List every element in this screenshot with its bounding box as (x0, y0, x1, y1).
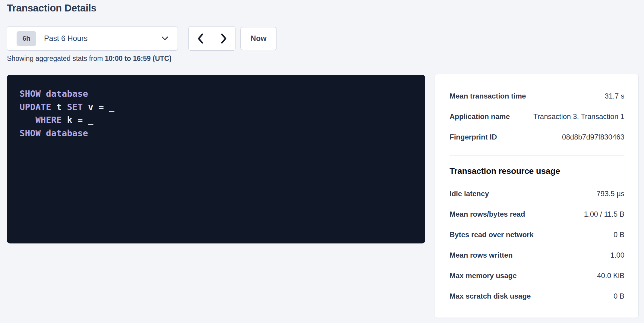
sql-statement-text: SHOW database UPDATE t SET v = _ WHERE k… (20, 87, 416, 140)
stat-label: Bytes read over network (450, 230, 534, 239)
stat-label: Mean transaction time (450, 92, 526, 100)
stat-value: Transaction 3, Transaction 1 (533, 112, 624, 121)
sql-token: = (99, 102, 109, 112)
resource-stat-row: Max scratch disk usage0 B (450, 286, 624, 306)
summary-stat-row: Application nameTransaction 3, Transacti… (450, 106, 624, 127)
stat-label: Mean rows/bytes read (450, 210, 525, 218)
sql-keyword: database (46, 89, 88, 99)
sql-keyword: WHERE (35, 115, 67, 125)
resource-stat-row: Max memory usage40.0 KiB (450, 265, 624, 286)
previous-interval-button[interactable] (188, 26, 212, 51)
caption-prefix: Showing aggregated stats from (7, 55, 105, 62)
stat-value: 793.5 µs (596, 190, 624, 198)
sql-token: v (88, 102, 99, 112)
stat-label: Mean rows written (450, 251, 513, 259)
sql-token: t (56, 102, 67, 112)
resource-stat-row: Mean rows/bytes read1.00 / 11.5 B (450, 204, 624, 224)
chevron-down-icon (161, 36, 169, 41)
resource-stat-row: Idle latency793.5 µs (450, 183, 624, 204)
stat-value: 31.7 s (605, 92, 624, 100)
summary-stat-row: Mean transaction time31.7 s (450, 86, 624, 106)
stat-value: 08d8b7d97f830463 (562, 133, 624, 141)
time-nav-group (188, 26, 235, 51)
stat-label: Max memory usage (450, 271, 517, 280)
sql-token: k (67, 115, 77, 125)
resource-stat-row: Mean rows written1.00 (450, 245, 624, 265)
transaction-summary-panel: Mean transaction time31.7 sApplication n… (435, 74, 639, 318)
sql-keyword: database (46, 128, 88, 138)
stat-label: Fingerprint ID (450, 133, 497, 141)
summary-rows: Mean transaction time31.7 sApplication n… (450, 86, 624, 147)
now-button[interactable]: Now (240, 27, 277, 50)
sql-keyword: SHOW (20, 128, 46, 138)
panel-divider (450, 155, 624, 156)
summary-stat-row: Fingerprint ID08d8b7d97f830463 (450, 127, 624, 147)
sql-keyword: SHOW (20, 89, 46, 99)
stat-value: 1.00 / 11.5 B (584, 210, 624, 218)
sql-statement-box: SHOW database UPDATE t SET v = _ WHERE k… (7, 75, 425, 243)
sql-token (20, 115, 35, 125)
stat-label: Idle latency (450, 190, 489, 198)
time-range-badge: 6h (17, 31, 36, 46)
next-interval-button[interactable] (212, 26, 235, 51)
sql-keyword: UPDATE (20, 102, 56, 112)
time-range-selected-label: Past 6 Hours (44, 34, 88, 43)
sql-token: _ (109, 102, 114, 112)
time-picker-controls: 6h Past 6 Hours Now (7, 26, 277, 51)
stat-value: 40.0 KiB (597, 271, 624, 280)
chevron-left-icon (197, 33, 204, 44)
stat-value: 0 B (614, 230, 624, 239)
stat-value: 1.00 (610, 251, 624, 259)
stat-label: Application name (450, 112, 510, 121)
aggregated-stats-caption: Showing aggregated stats from 10:00 to 1… (7, 55, 172, 63)
chevron-right-icon (220, 33, 227, 44)
resource-usage-rows: Idle latency793.5 µsMean rows/bytes read… (450, 183, 624, 306)
sql-keyword: SET (67, 102, 88, 112)
stat-label: Max scratch disk usage (450, 292, 531, 300)
resource-usage-section-title: Transaction resource usage (450, 165, 624, 177)
caption-time-range: 10:00 to 16:59 (UTC) (105, 55, 172, 62)
sql-token: _ (88, 115, 93, 125)
sql-token: = (77, 115, 88, 125)
page-title: Transaction Details (7, 2, 96, 14)
stat-value: 0 B (614, 292, 624, 300)
resource-stat-row: Bytes read over network0 B (450, 224, 624, 245)
time-range-dropdown[interactable]: 6h Past 6 Hours (7, 26, 178, 51)
